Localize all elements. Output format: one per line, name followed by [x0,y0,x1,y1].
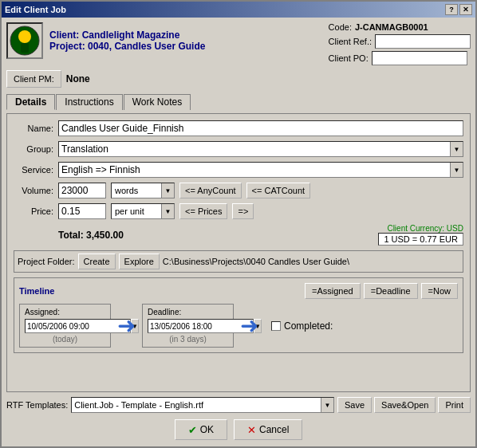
assigned-date-row: ▼ [25,319,105,333]
deadline-box: Deadline: ▼ (in 3 days) [142,304,234,348]
deadline-button[interactable]: =Deadline [364,283,418,299]
service-row: Service: ▼ [14,162,463,178]
client-ref-label: Client Ref.: [329,37,372,46]
timeline-body: Assigned: ▼ (today) ➜ Deadline: [19,304,458,348]
arrow-button[interactable]: => [232,203,254,219]
rtf-dropdown-btn[interactable]: ▼ [321,398,333,412]
assigned-sub: (today) [25,335,105,344]
now-button[interactable]: =Now [421,283,458,299]
save-button[interactable]: Save [337,397,372,413]
group-dropdown-btn[interactable]: ▼ [450,142,463,156]
rtf-select[interactable]: Client.Job - Template - English.rtf ▼ [71,397,334,413]
name-label: Name: [14,124,53,133]
unit-select[interactable]: words ▼ [111,183,175,198]
service-select[interactable]: ▼ [58,162,463,178]
rtf-value: Client.Job - Template - English.rtf [72,398,321,412]
cancel-icon: ✕ [247,424,256,436]
timeline-header: Timeline =Assigned =Deadline =Now [19,283,458,299]
volume-label: Volume: [14,186,53,195]
assigned-date-input[interactable] [25,319,131,333]
anycount-button[interactable]: <= AnyCount [179,183,242,198]
volume-row: Volume: words ▼ <= AnyCount <= CATCount [14,183,463,198]
code-value: J-CANMAGB0001 [355,22,428,32]
client-name: Client: Candlelight Magazine [49,29,205,41]
completed-box: Completed: [271,320,333,332]
name-row: Name: [14,120,463,136]
create-button[interactable]: Create [78,253,116,269]
print-button[interactable]: Print [438,397,471,413]
name-input[interactable] [58,120,463,136]
client-po-input[interactable] [372,51,467,65]
group-select[interactable]: ▼ [58,141,463,157]
price-unit-dropdown-btn[interactable]: ▼ [161,204,174,218]
client-po-row: Client PO: [329,51,471,65]
pm-value: None [66,73,90,84]
tab-instructions[interactable]: Instructions [56,94,122,110]
help-button[interactable]: ? [445,4,458,15]
total-row: Total: 3,450.00 Client Currency: USD 1 U… [14,224,463,246]
project-name: Project: 0040, Candles User Guide [49,41,205,52]
assigned-button[interactable]: =Assigned [305,283,361,299]
logo-box [6,22,43,59]
explore-button[interactable]: Explore [119,253,160,269]
save-open-button[interactable]: Save&Open [374,397,436,413]
pm-row: Client PM: None [6,70,471,88]
client-po-label: Client PO: [329,53,369,63]
close-button[interactable]: ✕ [459,4,472,15]
currency-label: Client Currency: USD [378,224,463,233]
arrow-icon-2: ➜ [240,312,258,339]
volume-input[interactable] [58,183,106,198]
service-dropdown-btn[interactable]: ▼ [450,163,463,177]
code-section: Code: J-CANMAGB0001 Client Ref.: Client … [329,22,471,65]
cancel-button[interactable]: ✕ Cancel [234,419,302,440]
folder-label: Project Folder: [18,257,75,266]
catcount-button[interactable]: <= CATCount [246,183,310,198]
header-section: Client: Candlelight Magazine Project: 00… [6,22,471,65]
price-unit-select[interactable]: per unit ▼ [111,203,175,219]
rtf-buttons: Save Save&Open Print [337,397,471,413]
group-input[interactable] [59,142,450,156]
code-label: Code: [329,22,352,32]
deadline-sub: (in 3 days) [148,335,228,344]
logo-icon [10,26,40,56]
tab-details[interactable]: Details [6,94,55,110]
tab-work-notes[interactable]: Work Notes [124,94,191,110]
unit-value: words [112,183,161,198]
window-content: Client: Candlelight Magazine Project: 00… [2,18,475,446]
ok-label: OK [200,424,214,435]
svg-rect-2 [21,43,29,53]
cancel-label: Cancel [259,424,289,435]
price-input[interactable] [58,203,106,219]
tabs: Details Instructions Work Notes [6,94,471,110]
assigned-label: Assigned: [25,308,105,316]
client-ref-row: Client Ref.: [329,34,471,49]
deadline-label: Deadline: [148,308,228,316]
price-unit-value: per unit [112,204,161,218]
project-folder-row: Project Folder: Create Explore C:\Busine… [14,250,463,273]
edit-client-job-window: Edit Client Job ? ✕ [0,0,477,448]
unit-dropdown-btn[interactable]: ▼ [161,183,174,198]
deadline-date-row: ▼ [148,319,228,333]
client-ref-input[interactable] [375,34,471,49]
client-info: Client: Candlelight Magazine Project: 00… [6,22,205,59]
service-label: Service: [14,165,53,175]
ok-icon: ✔ [188,424,197,436]
completed-checkbox[interactable] [271,321,281,331]
ok-button[interactable]: ✔ OK [175,419,227,440]
group-label: Group: [14,144,53,154]
timeline-title: Timeline [19,286,54,296]
price-row: Price: per unit ▼ <= Prices => [14,203,463,219]
prices-button[interactable]: <= Prices [179,203,227,219]
deadline-date-input[interactable] [148,319,254,333]
service-input[interactable] [59,163,450,177]
rtf-section: RTF Templates: Client.Job - Template - E… [6,395,471,413]
assigned-box: Assigned: ▼ (today) [19,304,111,348]
svg-point-1 [18,30,31,43]
timeline-buttons: =Assigned =Deadline =Now [305,283,458,299]
title-bar: Edit Client Job ? ✕ [2,2,475,18]
currency-rate: 1 USD = 0.77 EUR [378,233,463,246]
group-row: Group: ▼ [14,141,463,157]
ok-cancel-row: ✔ OK ✕ Cancel [6,416,471,442]
folder-path: C:\Business\Projects\0040 Candles User G… [163,257,459,266]
client-pm-button[interactable]: Client PM: [6,70,61,88]
